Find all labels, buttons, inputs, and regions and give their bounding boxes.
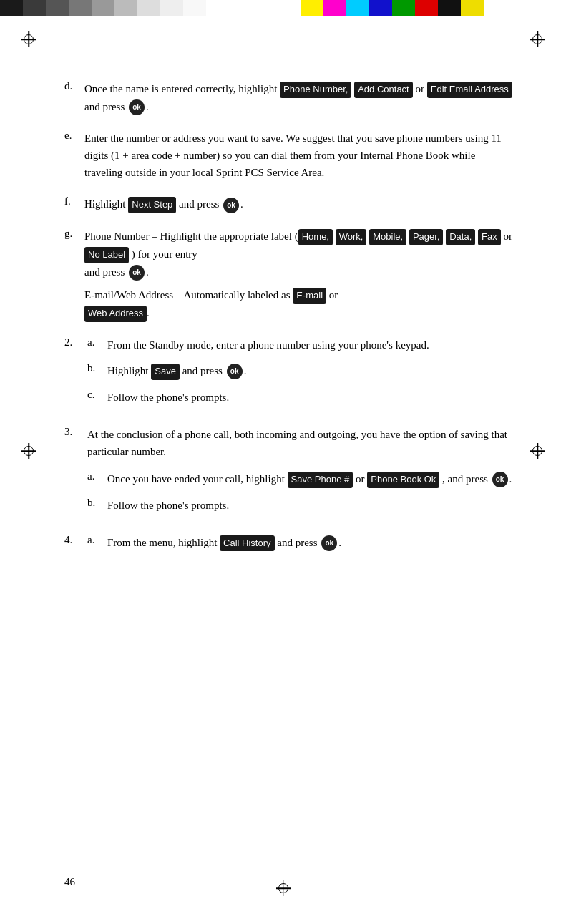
item-d-or: or — [415, 83, 426, 94]
section-2-a-label: a. — [87, 336, 107, 354]
registration-mark-mid-left — [21, 444, 36, 458]
item-g-or: or — [503, 230, 512, 242]
item-d-label: d. — [64, 80, 84, 115]
section-2-c-label: c. — [87, 389, 107, 406]
section-2-a-content: From the Standby mode, enter a phone num… — [107, 336, 516, 354]
section-2-label: 2. — [64, 336, 87, 414]
ok-button-4a: ok — [321, 535, 337, 551]
item-d-content: Once the name is entered correctly, high… — [84, 80, 516, 115]
section-2-b-and-press: and press — [182, 365, 225, 376]
item-g-email-text: Automatically labeled as — [183, 289, 290, 301]
item-g-phone-label: Phone Number — [84, 230, 149, 242]
highlight-phone-number: Phone Number, — [280, 82, 351, 98]
registration-mark-top-right — [530, 32, 545, 47]
highlight-save-phone: Save Phone # — [288, 472, 353, 488]
item-e-content: Enter the number or address you want to … — [84, 130, 516, 181]
ok-button-3a: ok — [492, 472, 508, 487]
grayscale-strip — [0, 0, 258, 16]
section-3-label: 3. — [64, 426, 87, 522]
ok-button-2b: ok — [227, 364, 243, 379]
section-2-b-content: Highlight Save and press ok. — [107, 362, 516, 380]
cmyk-strip — [301, 0, 484, 16]
item-f-highlight-word: Highlight — [84, 198, 126, 210]
highlight-work: Work, — [336, 229, 367, 245]
item-g-email-or: or — [329, 289, 338, 301]
ok-button-g: ok — [129, 265, 145, 281]
highlight-pager: Pager, — [409, 229, 444, 245]
section-3-intro: At the conclusion of a phone call, both … — [87, 426, 516, 460]
highlight-phonebook-ok: Phone Book Ok — [367, 472, 439, 488]
section-3-b-content: Follow the phone's prompts. — [107, 497, 516, 514]
registration-mark-bottom — [276, 881, 291, 895]
section-4-items: a. From the menu, highlight Call History… — [87, 534, 516, 560]
item-g-dash: – — [152, 230, 160, 242]
section-3-b: b. Follow the phone's prompts. — [87, 497, 516, 514]
highlight-next-step: Next Step — [128, 197, 176, 213]
item-g-highlight-intro: Highlight the appropriate label ( — [160, 230, 298, 242]
highlight-add-contact: Add Contact — [354, 82, 413, 98]
item-g-web-line: Web Address. — [84, 304, 516, 322]
section-2: 2. a. From the Standby mode, enter a pho… — [64, 336, 516, 414]
highlight-data: Data, — [446, 229, 475, 245]
section-3: 3. At the conclusion of a phone call, bo… — [64, 426, 516, 522]
section-3-a-label: a. — [87, 470, 107, 488]
section-3-a-and-press: , and press — [442, 473, 491, 485]
highlight-call-history: Call History — [220, 535, 274, 552]
ok-button-d: ok — [129, 99, 145, 115]
item-g-email-dash: – — [176, 289, 183, 301]
section-3-items: At the conclusion of a phone call, both … — [87, 426, 516, 522]
section-2-b: b. Highlight Save and press ok. — [87, 362, 516, 380]
list-item-f: f. Highlight Next Step and press ok. — [64, 195, 516, 213]
item-f-label: f. — [64, 195, 84, 213]
section-4-a-label: a. — [87, 534, 107, 552]
section-2-c: c. Follow the phone's prompts. — [87, 389, 516, 406]
ok-button-f: ok — [223, 198, 239, 213]
item-g-email-line: E-mail/Web Address – Automatically label… — [84, 286, 516, 304]
item-g-email-label: E-mail/Web Address — [84, 289, 173, 301]
color-bar — [0, 0, 566, 16]
item-e-label: e. — [64, 130, 84, 181]
section-4-a-content: From the menu, highlight Call History an… — [107, 534, 516, 552]
highlight-home: Home, — [298, 229, 333, 245]
item-f-content: Highlight Next Step and press ok. — [84, 195, 516, 213]
list-item-e: e. Enter the number or address you want … — [64, 130, 516, 181]
section-2-a: a. From the Standby mode, enter a phone … — [87, 336, 516, 354]
section-4-label: 4. — [64, 534, 87, 560]
section-4: 4. a. From the menu, highlight Call Hist… — [64, 534, 516, 560]
section-3-a-or: or — [356, 473, 367, 485]
highlight-edit-email: Edit Email Address — [427, 82, 512, 98]
registration-mark-top-left — [21, 32, 36, 47]
section-3-a: a. Once you have ended your call, highli… — [87, 470, 516, 488]
section-2-c-content: Follow the phone's prompts. — [107, 389, 516, 406]
section-4-a-text-before: From the menu, highlight — [107, 537, 217, 548]
item-g-closing: ) for your entry — [132, 248, 197, 260]
item-d-text-before: Once the name is entered correctly, high… — [84, 83, 277, 94]
item-g-and-press: and press — [84, 266, 127, 278]
list-item-d: d. Once the name is entered correctly, h… — [64, 80, 516, 115]
item-f-and-press: and press — [179, 198, 222, 210]
section-3-a-text-before: Once you have ended your call, highlight — [107, 473, 285, 485]
highlight-email: E-mail — [293, 288, 326, 304]
item-g-and-press-line: and press ok. — [84, 263, 516, 281]
section-3-b-label: b. — [87, 497, 107, 514]
section-4-a: a. From the menu, highlight Call History… — [87, 534, 516, 552]
highlight-no-label: No Label — [84, 247, 129, 263]
page-number: 46 — [64, 876, 75, 888]
registration-mark-mid-right — [530, 444, 545, 458]
item-g-label: g. — [64, 228, 84, 322]
highlight-mobile: Mobile, — [369, 229, 406, 245]
section-2-items: a. From the Standby mode, enter a phone … — [87, 336, 516, 414]
main-content: d. Once the name is entered correctly, h… — [64, 80, 516, 560]
section-4-a-and-press: and press — [277, 537, 320, 548]
item-g-phone-line: Phone Number – Highlight the appropriate… — [84, 228, 516, 263]
item-d-and-press: and press — [84, 101, 127, 112]
section-2-b-label: b. — [87, 362, 107, 380]
section-3-a-content: Once you have ended your call, highlight… — [107, 470, 516, 488]
section-2-b-highlight-word: Highlight — [107, 365, 149, 376]
list-item-g: g. Phone Number – Highlight the appropri… — [64, 228, 516, 322]
highlight-web-address: Web Address — [84, 306, 147, 322]
highlight-save: Save — [151, 364, 180, 380]
item-g-content: Phone Number – Highlight the appropriate… — [84, 228, 516, 322]
highlight-fax: Fax — [478, 229, 501, 245]
